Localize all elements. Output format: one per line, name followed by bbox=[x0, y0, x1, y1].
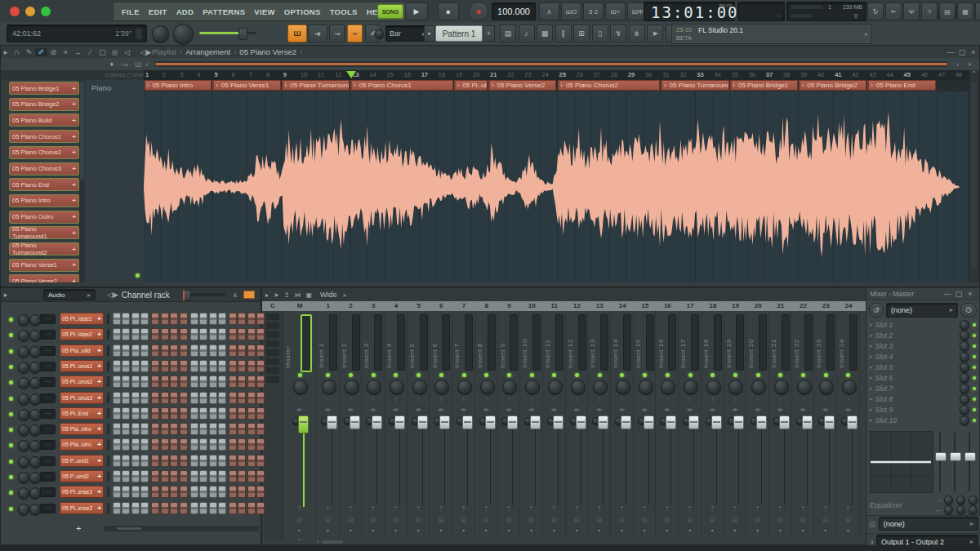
arm-disk-icon[interactable]: ⇡ bbox=[792, 505, 814, 513]
step-cell[interactable] bbox=[170, 360, 178, 372]
slot-mix-knob[interactable] bbox=[960, 394, 969, 404]
fader-handle[interactable] bbox=[507, 415, 518, 429]
step-cell[interactable] bbox=[170, 392, 178, 404]
step-cell[interactable] bbox=[199, 313, 207, 325]
fader-handle[interactable] bbox=[598, 415, 608, 429]
fader-handle[interactable] bbox=[756, 415, 767, 429]
picker-clip-button[interactable]: 05 Piano Bridge1+ bbox=[9, 82, 79, 95]
step-cell[interactable] bbox=[190, 486, 198, 498]
step-cell[interactable] bbox=[161, 423, 169, 435]
mute-led[interactable] bbox=[416, 373, 421, 377]
insert-strip[interactable]: Insert 21 ↕ ◂▸ ⇡ ⊙ • ▴ bbox=[769, 311, 792, 540]
arm-disk-icon[interactable]: ⇡ bbox=[520, 505, 542, 513]
channel-select-strip[interactable] bbox=[107, 439, 109, 450]
step-cell[interactable] bbox=[161, 360, 169, 372]
step-cell[interactable] bbox=[256, 470, 265, 482]
mute-led[interactable] bbox=[778, 373, 782, 377]
step-cell[interactable] bbox=[229, 344, 237, 357]
channel-mixer-target[interactable]: — bbox=[40, 393, 56, 403]
step-cell[interactable] bbox=[170, 344, 178, 357]
arm-record-icon[interactable]: ➤ bbox=[274, 291, 279, 299]
latency-icon[interactable]: ⊙ bbox=[792, 516, 814, 524]
pan-arrows-icon[interactable]: ◂▸ bbox=[340, 406, 362, 413]
pan-knob[interactable] bbox=[502, 380, 517, 394]
insert-header[interactable]: 15 bbox=[634, 301, 657, 311]
pattern-add-button[interactable]: + bbox=[483, 25, 495, 42]
insert-header[interactable]: 5 bbox=[408, 301, 430, 311]
mic-icon[interactable]: Ψ bbox=[903, 2, 920, 20]
step-cell[interactable] bbox=[131, 344, 140, 357]
patterns-tab-icon[interactable]: Ш bbox=[133, 60, 143, 69]
draw-pencil-icon[interactable]: ✎ bbox=[23, 48, 35, 56]
channel-button[interactable]: 05 P..und1+ bbox=[60, 455, 104, 467]
playlist-grid[interactable] bbox=[144, 91, 971, 282]
step-cell[interactable] bbox=[247, 392, 256, 404]
pan-knob[interactable] bbox=[367, 380, 381, 394]
step-cell[interactable] bbox=[247, 360, 256, 372]
pan-knob[interactable] bbox=[616, 380, 630, 394]
step-cell[interactable] bbox=[151, 438, 159, 451]
channel-button[interactable]: 05 P..und2+ bbox=[60, 470, 104, 482]
step-cell[interactable] bbox=[170, 313, 178, 325]
mixer-panel-titlebar[interactable]: Mixer - Master —▢× bbox=[866, 288, 979, 300]
zoom-icon[interactable]: ◎ bbox=[109, 48, 121, 56]
channel-pan-knob[interactable] bbox=[18, 346, 29, 358]
arm-disk-icon[interactable]: ⇡ bbox=[837, 505, 859, 513]
step-cell[interactable] bbox=[170, 455, 178, 467]
channel-mixer-target[interactable]: — bbox=[40, 504, 56, 513]
latency-icon[interactable]: ⊙ bbox=[746, 516, 768, 524]
step-cell[interactable] bbox=[247, 438, 256, 451]
step-cell[interactable] bbox=[180, 407, 188, 420]
step-cell[interactable] bbox=[151, 470, 159, 482]
eq-slider-handle[interactable] bbox=[964, 452, 976, 461]
step-cell[interactable] bbox=[199, 375, 207, 388]
latency-icon[interactable]: ⊙ bbox=[475, 516, 497, 524]
audio-clip[interactable]: ⊦ 05 Piano Chorus2 bbox=[558, 80, 661, 91]
step-cell[interactable] bbox=[122, 470, 130, 482]
shuffle-slider-handle[interactable] bbox=[238, 28, 247, 40]
channel-pan-knob[interactable] bbox=[18, 487, 29, 499]
eq-slider-handle[interactable] bbox=[950, 452, 961, 461]
pan-knob[interactable] bbox=[661, 380, 675, 394]
channel-volume-knob[interactable] bbox=[29, 393, 41, 405]
step-cell[interactable] bbox=[209, 344, 217, 357]
step-cell[interactable] bbox=[256, 455, 265, 467]
latency-icon[interactable]: ⊙ bbox=[679, 516, 701, 524]
arm-disk-icon[interactable]: ⇡ bbox=[634, 505, 656, 513]
slot-arrow-icon[interactable]: ▸ bbox=[870, 332, 873, 339]
next-arrow-button[interactable]: ➜ bbox=[308, 24, 327, 42]
autosave-icon[interactable]: ↻ bbox=[867, 2, 884, 20]
add-channel-button[interactable]: + bbox=[76, 523, 81, 533]
step-cell[interactable] bbox=[190, 313, 198, 325]
channel-mixer-target[interactable]: — bbox=[40, 330, 56, 340]
stereo-sep-icon[interactable]: ↕ bbox=[430, 396, 452, 403]
channel-button[interactable]: 05 Pi..erse1+ bbox=[60, 486, 104, 498]
picker-clip-button[interactable]: 05 Piano Build+ bbox=[9, 113, 79, 127]
arm-disk-icon[interactable]: ⇡ bbox=[385, 505, 407, 513]
step-cell[interactable] bbox=[247, 375, 256, 388]
step-cell[interactable] bbox=[170, 438, 178, 451]
step-cell[interactable] bbox=[180, 438, 188, 451]
channel-enable-led[interactable] bbox=[9, 365, 13, 369]
mute-led[interactable] bbox=[439, 373, 443, 377]
step-cell[interactable] bbox=[122, 455, 130, 467]
picker-scrollbar[interactable] bbox=[79, 80, 85, 282]
mute-icon[interactable]: × bbox=[60, 48, 72, 56]
close-traffic-light[interactable] bbox=[10, 7, 20, 16]
main-volume-knob[interactable] bbox=[152, 25, 169, 42]
step-cell[interactable] bbox=[247, 407, 256, 420]
stereo-sep-icon[interactable]: ↕ bbox=[657, 396, 679, 403]
step-cell[interactable] bbox=[229, 486, 237, 498]
step-cell[interactable] bbox=[131, 486, 140, 498]
breadcrumb-arrangement[interactable]: Arrangement bbox=[185, 47, 230, 56]
effect-slot[interactable]: ▸ Slot 8 bbox=[866, 394, 979, 405]
pan-knob[interactable] bbox=[842, 380, 857, 394]
channel-enable-led[interactable] bbox=[9, 333, 13, 337]
picker-clip-button[interactable]: 05 Piano Outro+ bbox=[9, 211, 79, 224]
step-cell[interactable] bbox=[190, 344, 198, 357]
insert-strip[interactable]: Insert 18 ↕ ◂▸ ⇡ ⊙ • ▴ bbox=[702, 311, 724, 540]
eq-freq-knob[interactable] bbox=[969, 495, 978, 504]
step-cell[interactable] bbox=[140, 407, 149, 420]
step-cell[interactable] bbox=[218, 407, 226, 420]
slot-arrow-icon[interactable]: ▸ bbox=[870, 396, 873, 402]
